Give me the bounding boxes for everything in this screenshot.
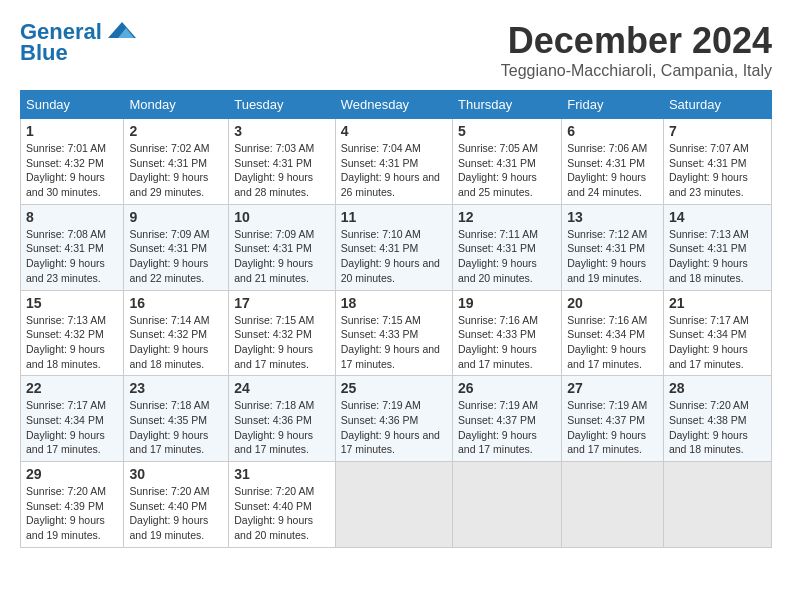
day-info: Sunrise: 7:15 AM Sunset: 4:33 PM Dayligh… [341, 313, 447, 372]
day-info: Sunrise: 7:11 AM Sunset: 4:31 PM Dayligh… [458, 227, 556, 286]
day-number: 10 [234, 209, 330, 225]
day-number: 19 [458, 295, 556, 311]
day-info: Sunrise: 7:13 AM Sunset: 4:31 PM Dayligh… [669, 227, 766, 286]
day-number: 23 [129, 380, 223, 396]
calendar-day-cell: 13 Sunrise: 7:12 AM Sunset: 4:31 PM Dayl… [562, 204, 664, 290]
calendar-empty-cell [663, 462, 771, 548]
calendar-day-cell: 30 Sunrise: 7:20 AM Sunset: 4:40 PM Dayl… [124, 462, 229, 548]
calendar-day-cell: 11 Sunrise: 7:10 AM Sunset: 4:31 PM Dayl… [335, 204, 452, 290]
day-info: Sunrise: 7:09 AM Sunset: 4:31 PM Dayligh… [129, 227, 223, 286]
calendar-day-cell: 17 Sunrise: 7:15 AM Sunset: 4:32 PM Dayl… [229, 290, 336, 376]
day-info: Sunrise: 7:06 AM Sunset: 4:31 PM Dayligh… [567, 141, 658, 200]
day-number: 16 [129, 295, 223, 311]
day-info: Sunrise: 7:13 AM Sunset: 4:32 PM Dayligh… [26, 313, 118, 372]
calendar-day-cell: 1 Sunrise: 7:01 AM Sunset: 4:32 PM Dayli… [21, 119, 124, 205]
day-number: 4 [341, 123, 447, 139]
location-subtitle: Teggiano-Macchiaroli, Campania, Italy [501, 62, 772, 80]
calendar-day-cell: 31 Sunrise: 7:20 AM Sunset: 4:40 PM Dayl… [229, 462, 336, 548]
day-info: Sunrise: 7:18 AM Sunset: 4:35 PM Dayligh… [129, 398, 223, 457]
day-info: Sunrise: 7:14 AM Sunset: 4:32 PM Dayligh… [129, 313, 223, 372]
day-number: 12 [458, 209, 556, 225]
day-info: Sunrise: 7:07 AM Sunset: 4:31 PM Dayligh… [669, 141, 766, 200]
day-info: Sunrise: 7:10 AM Sunset: 4:31 PM Dayligh… [341, 227, 447, 286]
day-info: Sunrise: 7:01 AM Sunset: 4:32 PM Dayligh… [26, 141, 118, 200]
calendar-day-cell: 8 Sunrise: 7:08 AM Sunset: 4:31 PM Dayli… [21, 204, 124, 290]
day-number: 26 [458, 380, 556, 396]
calendar-empty-cell [335, 462, 452, 548]
calendar-day-cell: 26 Sunrise: 7:19 AM Sunset: 4:37 PM Dayl… [453, 376, 562, 462]
day-number: 1 [26, 123, 118, 139]
calendar-day-cell: 18 Sunrise: 7:15 AM Sunset: 4:33 PM Dayl… [335, 290, 452, 376]
day-info: Sunrise: 7:04 AM Sunset: 4:31 PM Dayligh… [341, 141, 447, 200]
calendar-header-row: SundayMondayTuesdayWednesdayThursdayFrid… [21, 91, 772, 119]
calendar-header-friday: Friday [562, 91, 664, 119]
calendar-week-row: 15 Sunrise: 7:13 AM Sunset: 4:32 PM Dayl… [21, 290, 772, 376]
calendar-day-cell: 10 Sunrise: 7:09 AM Sunset: 4:31 PM Dayl… [229, 204, 336, 290]
calendar-week-row: 8 Sunrise: 7:08 AM Sunset: 4:31 PM Dayli… [21, 204, 772, 290]
day-number: 13 [567, 209, 658, 225]
day-number: 22 [26, 380, 118, 396]
day-number: 8 [26, 209, 118, 225]
calendar-empty-cell [562, 462, 664, 548]
day-info: Sunrise: 7:19 AM Sunset: 4:36 PM Dayligh… [341, 398, 447, 457]
month-title: December 2024 [501, 20, 772, 62]
day-number: 7 [669, 123, 766, 139]
day-number: 9 [129, 209, 223, 225]
day-number: 11 [341, 209, 447, 225]
day-number: 31 [234, 466, 330, 482]
calendar-day-cell: 5 Sunrise: 7:05 AM Sunset: 4:31 PM Dayli… [453, 119, 562, 205]
logo: General Blue [20, 20, 140, 66]
calendar-day-cell: 4 Sunrise: 7:04 AM Sunset: 4:31 PM Dayli… [335, 119, 452, 205]
day-info: Sunrise: 7:17 AM Sunset: 4:34 PM Dayligh… [669, 313, 766, 372]
day-number: 2 [129, 123, 223, 139]
calendar-day-cell: 7 Sunrise: 7:07 AM Sunset: 4:31 PM Dayli… [663, 119, 771, 205]
day-info: Sunrise: 7:05 AM Sunset: 4:31 PM Dayligh… [458, 141, 556, 200]
calendar-day-cell: 29 Sunrise: 7:20 AM Sunset: 4:39 PM Dayl… [21, 462, 124, 548]
day-number: 24 [234, 380, 330, 396]
calendar-day-cell: 23 Sunrise: 7:18 AM Sunset: 4:35 PM Dayl… [124, 376, 229, 462]
calendar-header-monday: Monday [124, 91, 229, 119]
calendar-day-cell: 24 Sunrise: 7:18 AM Sunset: 4:36 PM Dayl… [229, 376, 336, 462]
day-info: Sunrise: 7:15 AM Sunset: 4:32 PM Dayligh… [234, 313, 330, 372]
day-info: Sunrise: 7:20 AM Sunset: 4:40 PM Dayligh… [234, 484, 330, 543]
calendar-day-cell: 21 Sunrise: 7:17 AM Sunset: 4:34 PM Dayl… [663, 290, 771, 376]
day-number: 5 [458, 123, 556, 139]
calendar-header-tuesday: Tuesday [229, 91, 336, 119]
day-info: Sunrise: 7:16 AM Sunset: 4:33 PM Dayligh… [458, 313, 556, 372]
day-info: Sunrise: 7:20 AM Sunset: 4:38 PM Dayligh… [669, 398, 766, 457]
logo-blue: Blue [20, 40, 68, 66]
calendar-header-wednesday: Wednesday [335, 91, 452, 119]
day-info: Sunrise: 7:09 AM Sunset: 4:31 PM Dayligh… [234, 227, 330, 286]
day-number: 3 [234, 123, 330, 139]
calendar-day-cell: 6 Sunrise: 7:06 AM Sunset: 4:31 PM Dayli… [562, 119, 664, 205]
calendar-table: SundayMondayTuesdayWednesdayThursdayFrid… [20, 90, 772, 548]
calendar-day-cell: 19 Sunrise: 7:16 AM Sunset: 4:33 PM Dayl… [453, 290, 562, 376]
calendar-day-cell: 28 Sunrise: 7:20 AM Sunset: 4:38 PM Dayl… [663, 376, 771, 462]
day-number: 20 [567, 295, 658, 311]
calendar-header-sunday: Sunday [21, 91, 124, 119]
calendar-header-saturday: Saturday [663, 91, 771, 119]
calendar-day-cell: 3 Sunrise: 7:03 AM Sunset: 4:31 PM Dayli… [229, 119, 336, 205]
calendar-week-row: 29 Sunrise: 7:20 AM Sunset: 4:39 PM Dayl… [21, 462, 772, 548]
calendar-week-row: 1 Sunrise: 7:01 AM Sunset: 4:32 PM Dayli… [21, 119, 772, 205]
day-info: Sunrise: 7:03 AM Sunset: 4:31 PM Dayligh… [234, 141, 330, 200]
logo-icon [104, 20, 140, 42]
calendar-day-cell: 22 Sunrise: 7:17 AM Sunset: 4:34 PM Dayl… [21, 376, 124, 462]
day-number: 21 [669, 295, 766, 311]
day-info: Sunrise: 7:18 AM Sunset: 4:36 PM Dayligh… [234, 398, 330, 457]
calendar-day-cell: 25 Sunrise: 7:19 AM Sunset: 4:36 PM Dayl… [335, 376, 452, 462]
calendar-day-cell: 2 Sunrise: 7:02 AM Sunset: 4:31 PM Dayli… [124, 119, 229, 205]
day-number: 15 [26, 295, 118, 311]
day-info: Sunrise: 7:19 AM Sunset: 4:37 PM Dayligh… [567, 398, 658, 457]
calendar-day-cell: 20 Sunrise: 7:16 AM Sunset: 4:34 PM Dayl… [562, 290, 664, 376]
day-number: 30 [129, 466, 223, 482]
day-info: Sunrise: 7:02 AM Sunset: 4:31 PM Dayligh… [129, 141, 223, 200]
day-info: Sunrise: 7:20 AM Sunset: 4:39 PM Dayligh… [26, 484, 118, 543]
title-block: December 2024 Teggiano-Macchiaroli, Camp… [501, 20, 772, 80]
day-info: Sunrise: 7:17 AM Sunset: 4:34 PM Dayligh… [26, 398, 118, 457]
day-info: Sunrise: 7:16 AM Sunset: 4:34 PM Dayligh… [567, 313, 658, 372]
calendar-week-row: 22 Sunrise: 7:17 AM Sunset: 4:34 PM Dayl… [21, 376, 772, 462]
day-number: 14 [669, 209, 766, 225]
page-header: General Blue December 2024 Teggiano-Macc… [20, 20, 772, 80]
day-number: 18 [341, 295, 447, 311]
